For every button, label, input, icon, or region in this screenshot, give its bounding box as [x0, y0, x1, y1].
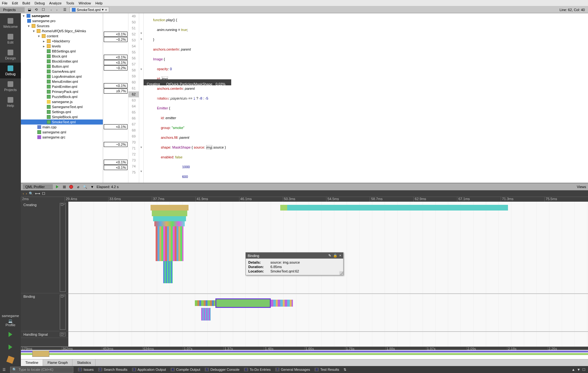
menu-help[interactable]: Help: [96, 1, 103, 5]
range-icon[interactable]: ⟷: [35, 192, 40, 196]
tab-stats[interactable]: Statistics: [72, 359, 96, 366]
open-file-tab[interactable]: SmokeText.qml ▾ ×: [70, 7, 109, 12]
mode-design[interactable]: Design: [0, 47, 21, 63]
tab-dropdown-icon[interactable]: ▾: [102, 8, 104, 12]
menu-tools[interactable]: Tools: [66, 1, 74, 5]
tree-sources[interactable]: Sources: [37, 24, 49, 28]
output-app[interactable]: 3Application Output: [132, 368, 166, 371]
tab-close-icon[interactable]: ×: [105, 8, 107, 12]
tree-item[interactable]: SimpleBlock.qml: [52, 115, 77, 119]
detail-close-icon[interactable]: ×: [339, 254, 341, 258]
output-test[interactable]: 8Test Results: [314, 368, 339, 371]
profiler-stop-icon[interactable]: [62, 184, 67, 189]
mode-welcome[interactable]: Welcome: [0, 15, 21, 31]
cat-creating[interactable]: Creating☐⁺: [21, 202, 68, 293]
tree-item[interactable]: Settings.qml: [52, 110, 71, 114]
bookmark-icon[interactable]: ☰: [62, 7, 68, 13]
tree-item[interactable]: +blackberry: [52, 39, 70, 43]
tree-item[interactable]: MenuEmitter.qml: [52, 80, 78, 83]
kit-target[interactable]: samegame 💻 Profile: [0, 313, 21, 328]
menu-build[interactable]: Build: [22, 1, 30, 5]
tree-item[interactable]: PuzzleBlock.qml: [52, 95, 77, 99]
prev-event-icon[interactable]: ‹: [23, 192, 24, 195]
mode-debug[interactable]: Debug: [0, 63, 21, 78]
tree-item[interactable]: PaintEmitter.qml: [52, 85, 77, 89]
profiler-overview[interactable]: 179ms362ms453ms634ms1.07s1.37s1.48s1.66s…: [21, 346, 588, 359]
link-icon[interactable]: ⟲: [34, 7, 39, 13]
profiler-views-menu[interactable]: Views: [577, 185, 586, 189]
tree-item[interactable]: BBSettings.qml: [52, 49, 76, 53]
cat-handling[interactable]: Handling Signal☐⁺: [21, 331, 68, 338]
progress-down-icon[interactable]: ▼: [577, 368, 580, 372]
tree-path[interactable]: /home/ulf/Qt/5.9/gcc_64/mks: [42, 29, 86, 33]
tree-item[interactable]: SamegameText.qml: [52, 105, 83, 109]
mode-projects[interactable]: Projects: [0, 78, 21, 94]
nav-back-icon[interactable]: ‹: [49, 7, 54, 12]
fold-gutter[interactable]: ▾▾▾▾▾: [139, 13, 144, 183]
build-button[interactable]: [0, 353, 21, 366]
project-root[interactable]: samegame: [32, 14, 50, 18]
resize-grip-icon[interactable]: [339, 271, 343, 275]
menu-edit[interactable]: Edit: [12, 1, 18, 5]
locator-input[interactable]: 🔍Type to locate (Ctrl+K): [10, 367, 73, 373]
split-icon[interactable]: ⬓: [27, 7, 32, 13]
tree-item[interactable]: LogoAnimation.qml: [52, 75, 82, 78]
event-detail-popup[interactable]: Binding ✎ 🔒 × Details:source: img.source…: [245, 252, 344, 275]
close-pane-icon[interactable]: ☐: [40, 7, 46, 13]
tree-item[interactable]: samegame.js: [52, 100, 72, 104]
menu-window[interactable]: Window: [78, 1, 91, 5]
mode-help[interactable]: Help: [0, 94, 21, 110]
output-issues[interactable]: 1Issues: [78, 368, 94, 371]
profiler-timeline[interactable]: Binding ✎ 🔒 × Details:source: img.source…: [68, 202, 588, 346]
tree-item-current[interactable]: SmokeText.qml: [52, 120, 76, 124]
sidebar-view-selector[interactable]: Projects: [0, 7, 25, 12]
nav-fwd-icon[interactable]: ›: [54, 7, 59, 12]
run-debug-button[interactable]: [0, 341, 21, 353]
tree-item[interactable]: PrimaryPack.qml: [52, 90, 78, 94]
detail-edit-icon[interactable]: ✎: [328, 254, 331, 258]
detail-lock-icon[interactable]: 🔒: [333, 254, 337, 258]
profiler-filter-icon[interactable]: ▼: [90, 184, 95, 189]
profiler-clear-icon[interactable]: ⌀: [76, 184, 81, 189]
zoom-icon[interactable]: 🔍: [29, 192, 33, 196]
tree-pro-file[interactable]: samegame.pro: [32, 19, 55, 23]
output-debugger[interactable]: 5Debugger Console: [205, 368, 239, 371]
tree-item[interactable]: main.cpp: [42, 125, 57, 129]
toggle-right-icon[interactable]: ☐: [582, 368, 585, 372]
menu-file[interactable]: File: [2, 1, 8, 5]
output-todo[interactable]: 6To-Do Entries: [244, 368, 271, 371]
code-editor[interactable]: <0.1% ~0.2% <0.1% <0.1% ~0.2% <0.1% ≥9.7…: [103, 13, 588, 183]
cursor-position[interactable]: Line: 62, Col: 40: [560, 8, 588, 12]
output-compile[interactable]: 4Compile Output: [170, 368, 201, 371]
output-menu-icon[interactable]: ⇅: [344, 368, 346, 372]
tree-item[interactable]: Button.qml: [52, 64, 69, 68]
code-area[interactable]: function play() { anim.running = true; }…: [144, 13, 588, 183]
menu-analyze[interactable]: Analyze: [49, 1, 62, 5]
output-general[interactable]: 7General Messages: [275, 368, 310, 371]
next-event-icon[interactable]: ›: [26, 192, 27, 195]
time-ruler[interactable]: 2ms29.4ms33.6ms37.7ms41.9ms46.1ms50.3ms5…: [21, 197, 588, 202]
profiler-record-icon[interactable]: [69, 184, 74, 189]
select-icon[interactable]: ☐: [42, 192, 45, 196]
menu-debug[interactable]: Debug: [34, 1, 45, 5]
mode-edit[interactable]: Edit: [0, 31, 21, 47]
profiler-search-icon[interactable]: 🔍: [83, 184, 88, 189]
progress-up-icon[interactable]: ▲: [572, 368, 575, 372]
toggle-sidebar-icon[interactable]: ☰: [3, 368, 6, 372]
detail-title: Binding: [248, 254, 259, 258]
project-tree[interactable]: ▾samegame samegame.pro ▾Sources ▾/home/u…: [21, 13, 103, 183]
tree-item[interactable]: samegame.qml: [42, 130, 66, 134]
tree-content[interactable]: content: [47, 34, 58, 38]
profiler-selector[interactable]: QML Profiler: [23, 184, 53, 189]
tree-item[interactable]: samegame.qrc: [42, 135, 65, 139]
tree-item[interactable]: BlockEmitter.qml: [52, 59, 78, 63]
profiler-play-icon[interactable]: [55, 184, 60, 189]
tab-flame[interactable]: Flame Graph: [43, 359, 72, 366]
output-search[interactable]: 2Search Results: [98, 368, 127, 371]
run-button[interactable]: [0, 328, 21, 341]
tab-timeline[interactable]: Timeline: [21, 359, 43, 366]
tree-item[interactable]: levels: [52, 44, 61, 48]
tree-item[interactable]: Block.qml: [52, 54, 67, 58]
tree-item[interactable]: GameArea.qml: [52, 70, 75, 73]
cat-binding[interactable]: Binding☐⁺: [21, 293, 68, 331]
